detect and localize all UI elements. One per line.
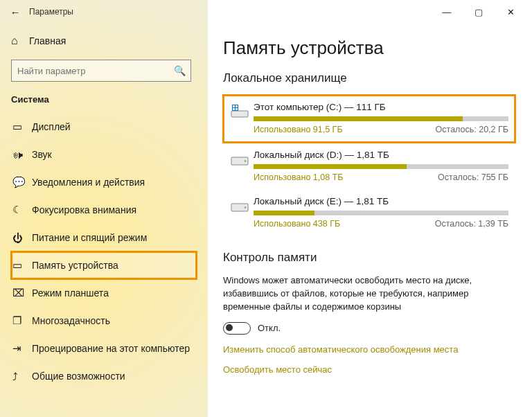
disk-free: Осталось: 1,39 ТБ (435, 219, 508, 229)
disk-free: Осталось: 755 ГБ (438, 172, 508, 182)
disk-used: Использовано 91,5 ГБ (254, 125, 343, 134)
tablet-icon: ⌧ (12, 287, 32, 299)
disk-title: Этот компьютер (C:) — 111 ГБ (254, 102, 508, 112)
storage-sense-title: Контроль памяти (223, 251, 515, 265)
search-input[interactable] (12, 66, 168, 76)
nav-item-label: Память устройства (32, 260, 118, 271)
nav-item-power[interactable]: ⏻Питание и спящий режим (11, 224, 197, 251)
drive-icon (226, 150, 254, 182)
disk-body: Локальный диск (E:) — 1,81 ТБИспользован… (254, 196, 511, 229)
nav-item-tablet[interactable]: ⌧Режим планшета (11, 279, 197, 307)
window-body: ⌂ Главная 🔍 Система ▭Дисплей🕪Звук💬Уведом… (0, 24, 532, 417)
disk-usage-row: Использовано 1,08 ТБОсталось: 755 ГБ (254, 172, 508, 182)
disk-usage-row: Использовано 91,5 ГБОсталось: 20,2 ГБ (254, 125, 508, 134)
svg-point-7 (245, 160, 246, 161)
disk-title: Локальный диск (D:) — 1,81 ТБ (254, 150, 508, 160)
storage-sense-toggle-row: Откл. (223, 322, 515, 335)
notify-icon: 💬 (12, 176, 32, 188)
settings-window: ← Параметры — ▢ ✕ ⌂ Главная 🔍 Система ▭Д… (0, 0, 532, 417)
storage-sense-description: Windows может автоматически освободить м… (223, 274, 500, 314)
focus-icon: ☾ (12, 204, 32, 216)
nav-item-project[interactable]: ⇥Проецирование на этот компьютер (11, 335, 197, 362)
disk-body: Этот компьютер (C:) — 111 ГБИспользовано… (254, 102, 511, 134)
svg-point-9 (245, 206, 246, 208)
nav-item-label: Многозадачность (32, 315, 110, 326)
disk-used: Использовано 1,08 ТБ (254, 172, 343, 182)
nav-item-notify[interactable]: 💬Уведомления и действия (11, 168, 197, 196)
svg-rect-5 (236, 108, 238, 110)
nav-item-display[interactable]: ▭Дисплей (11, 113, 197, 141)
nav-item-label: Звук (32, 149, 52, 160)
nav-item-storage[interactable]: ▭Память устройства (11, 251, 197, 279)
display-icon: ▭ (12, 121, 32, 133)
svg-rect-2 (233, 105, 235, 107)
toggle-label: Откл. (258, 323, 281, 333)
free-now-link[interactable]: Освободить место сейчас (223, 364, 515, 375)
maximize-button[interactable]: ▢ (463, 1, 495, 23)
nav-item-label: Питание и спящий режим (32, 232, 147, 243)
shared-icon: ⤴ (12, 371, 32, 382)
storage-sense-section: Контроль памяти Windows может автоматиче… (223, 251, 515, 375)
disk-title: Локальный диск (E:) — 1,81 ТБ (254, 196, 508, 206)
nav-list: ▭Дисплей🕪Звук💬Уведомления и действия☾Фок… (11, 113, 197, 390)
local-storage-title: Локальное хранилище (223, 71, 515, 85)
svg-rect-3 (236, 105, 238, 107)
nav-item-focus[interactable]: ☾Фокусировка внимания (11, 196, 197, 224)
home-button[interactable]: ⌂ Главная (11, 28, 197, 54)
home-label: Главная (29, 35, 66, 46)
search-box[interactable]: 🔍 (11, 60, 191, 82)
window-title: Параметры (29, 7, 73, 17)
sound-icon: 🕪 (12, 149, 32, 161)
content: Память устройства Локальное хранилище Эт… (208, 24, 532, 417)
disk-usage-bar (254, 164, 508, 169)
multi-icon: ❐ (12, 314, 32, 327)
nav-item-label: Режим планшета (32, 287, 109, 299)
category-title: Система (11, 94, 197, 105)
nav-item-label: Фокусировка внимания (32, 204, 136, 215)
svg-rect-0 (231, 111, 248, 117)
drive-icon (226, 196, 254, 229)
disk-body: Локальный диск (D:) — 1,81 ТБИспользован… (254, 150, 511, 182)
drive-icon (226, 102, 254, 134)
nav-item-multi[interactable]: ❐Многозадачность (11, 307, 197, 335)
search-icon: 🔍 (168, 65, 190, 76)
disk-free: Осталось: 20,2 ГБ (436, 125, 508, 134)
nav-item-label: Дисплей (32, 121, 71, 132)
disk-list: Этот компьютер (C:) — 111 ГБИспользовано… (223, 95, 515, 236)
nav-item-shared[interactable]: ⤴Общие возможности (11, 362, 197, 390)
change-auto-free-link[interactable]: Изменить способ автоматического освобожд… (223, 344, 515, 355)
titlebar: ← Параметры — ▢ ✕ (0, 0, 532, 24)
disk-item[interactable]: Локальный диск (E:) — 1,81 ТБИспользован… (223, 190, 515, 236)
nav-item-label: Уведомления и действия (32, 177, 145, 188)
back-button[interactable]: ← (6, 2, 25, 21)
sidebar: ⌂ Главная 🔍 Система ▭Дисплей🕪Звук💬Уведом… (0, 24, 208, 417)
window-controls: — ▢ ✕ (431, 1, 526, 23)
home-icon: ⌂ (11, 35, 29, 47)
nav-item-label: Проецирование на этот компьютер (32, 343, 190, 354)
disk-usage-row: Использовано 438 ГБОсталось: 1,39 ТБ (254, 219, 508, 229)
page-title: Память устройства (223, 37, 515, 59)
svg-rect-4 (233, 108, 235, 110)
storage-sense-toggle[interactable] (223, 322, 251, 335)
nav-item-sound[interactable]: 🕪Звук (11, 141, 197, 168)
power-icon: ⏻ (12, 232, 32, 244)
nav-item-label: Общие возможности (32, 371, 125, 382)
disk-usage-bar (254, 211, 508, 215)
disk-used: Использовано 438 ГБ (254, 219, 340, 229)
project-icon: ⇥ (12, 342, 32, 355)
disk-item[interactable]: Локальный диск (D:) — 1,81 ТБИспользован… (223, 144, 515, 189)
storage-icon: ▭ (12, 259, 32, 272)
disk-item[interactable]: Этот компьютер (C:) — 111 ГБИспользовано… (223, 95, 515, 143)
minimize-button[interactable]: — (431, 1, 463, 23)
close-button[interactable]: ✕ (495, 1, 526, 23)
disk-usage-bar (254, 116, 508, 121)
